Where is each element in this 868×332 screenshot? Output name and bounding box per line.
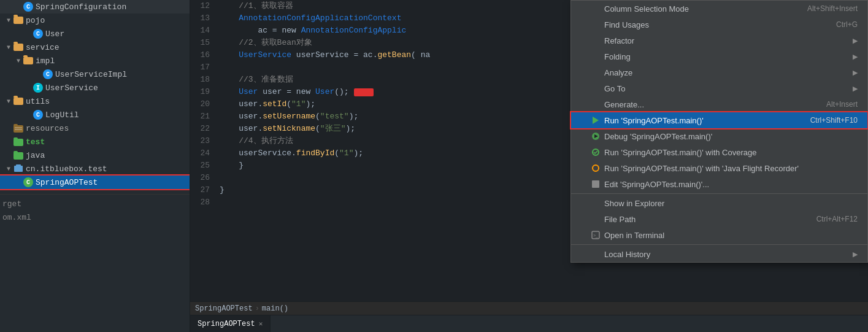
jfr-icon	[591, 163, 601, 173]
menu-separator-1	[571, 193, 867, 194]
col-sel-icon	[591, 4, 601, 14]
menu-item-run-jfr[interactable]: Run 'SpringAOPTest.main()' with 'Java Fl…	[571, 160, 867, 176]
analyze-icon	[591, 68, 601, 77]
menu-label-run-cov: Run 'SpringAOPTest.main()' with Coverage	[604, 148, 756, 157]
sidebar-label-spring-config: SpringConfiguration	[36, 2, 126, 12]
menu-item-run[interactable]: Run 'SpringAOPTest.main()' Ctrl+Shift+F1…	[571, 112, 867, 128]
arrow-placeholder	[15, 179, 22, 186]
sidebar-item-java[interactable]: java	[0, 149, 190, 162]
menu-item-refactor[interactable]: Refactor ▶	[571, 33, 867, 48]
sidebar-item-pojo[interactable]: pojo	[0, 14, 190, 27]
menu-label-show-explorer: Show in Explorer	[604, 199, 664, 208]
menu-label-refactor: Refactor	[604, 36, 634, 45]
arrow-service	[5, 44, 12, 51]
arrow-placeholder	[34, 71, 42, 78]
edit-icon	[591, 179, 601, 189]
sidebar-item-test[interactable]: test	[0, 135, 190, 149]
folder-icon-impl	[23, 56, 33, 66]
svg-rect-9	[16, 164, 21, 167]
context-menu: Column Selection Mode Alt+Shift+Insert F…	[570, 0, 868, 263]
interface-icon: I	[33, 83, 43, 93]
breadcrumb-file: SpringAOPTest	[195, 304, 253, 313]
sidebar-item-omxml[interactable]: om.xml	[0, 210, 190, 224]
sidebar-item-user[interactable]: C User	[0, 27, 190, 41]
menu-item-run-cov[interactable]: Run 'SpringAOPTest.main()' with Coverage	[571, 144, 867, 160]
menu-label-analyze: Analyze	[604, 68, 632, 77]
menu-item-analyze[interactable]: Analyze ▶	[571, 64, 867, 80]
folder-icon-resources	[13, 123, 23, 133]
menu-item-debug[interactable]: Debug 'SpringAOPTest.main()'	[571, 128, 867, 144]
bottom-tab-bar: SpringAOPTest ✕	[190, 315, 868, 332]
menu-shortcut-run: Ctrl+Shift+F10	[810, 116, 858, 125]
sidebar-label-user-service-impl: UserServiceImpl	[55, 70, 127, 79]
menu-item-local-history[interactable]: Local History ▶	[571, 246, 867, 262]
menu-item-goto[interactable]: Go To ▶	[571, 80, 867, 96]
sidebar-item-rget[interactable]: rget	[0, 197, 190, 210]
menu-item-col-sel[interactable]: Column Selection Mode Alt+Shift+Insert	[571, 1, 867, 17]
svg-rect-7	[13, 151, 18, 153]
menu-item-folding[interactable]: Folding ▶	[571, 48, 867, 64]
arrow-placeholder	[5, 152, 12, 159]
arrow-pojo	[5, 17, 12, 24]
menu-shortcut-col-sel: Alt+Shift+Insert	[807, 4, 858, 13]
generate-icon	[591, 99, 601, 109]
svg-point-13	[593, 165, 599, 171]
arrow-placeholder	[5, 139, 12, 145]
sidebar-item-user-service[interactable]: I UserService	[0, 81, 190, 95]
goto-submenu-arrow: ▶	[853, 85, 858, 93]
sidebar-item-log-util[interactable]: C LogUtil	[0, 108, 190, 122]
menu-item-file-path[interactable]: File Path Ctrl+Alt+F12	[571, 211, 867, 227]
arrow-placeholder	[25, 31, 32, 37]
menu-shortcut-find-usages: Ctrl+G	[836, 20, 858, 29]
coverage-icon	[591, 147, 601, 157]
run-icon	[591, 115, 601, 125]
menu-label-file-path: File Path	[604, 215, 636, 224]
sidebar-item-service[interactable]: service	[0, 41, 190, 54]
terminal-icon: >_	[591, 230, 601, 240]
menu-item-edit[interactable]: Edit 'SpringAOPTest.main()'...	[571, 176, 867, 192]
folder-icon-pojo	[13, 15, 23, 25]
bottom-tab-spring-aop-test[interactable]: SpringAOPTest ✕	[190, 315, 271, 333]
svg-rect-1	[13, 124, 18, 126]
sidebar-item-spring-aop-test[interactable]: C SpringAOPTest	[0, 176, 190, 189]
menu-item-open-terminal[interactable]: >_ Open in Terminal	[571, 227, 867, 243]
folding-icon	[591, 52, 601, 61]
arrow-placeholder	[5, 125, 12, 132]
sidebar-item-spring-config[interactable]: C SpringConfiguration	[0, 0, 190, 14]
sidebar-item-user-service-impl[interactable]: C UserServiceImpl	[0, 68, 190, 81]
menu-label-open-terminal: Open in Terminal	[604, 231, 664, 240]
menu-shortcut-file-path: Ctrl+Alt+F12	[816, 215, 858, 223]
sidebar-item-impl[interactable]: impl	[0, 54, 190, 68]
menu-label-run-jfr: Run 'SpringAOPTest.main()' with 'Java Fl…	[604, 164, 799, 173]
sidebar-item-cn-pkg[interactable]: cn.itbluebox.test	[0, 162, 190, 176]
menu-item-generate[interactable]: Generate... Alt+Insert	[571, 96, 867, 112]
svg-text:>_: >_	[593, 233, 598, 238]
close-icon[interactable]: ✕	[259, 320, 263, 328]
debug-icon	[591, 131, 601, 141]
sidebar-label-spring-aop-test: SpringAOPTest	[36, 178, 98, 187]
sidebar-label-utils: utils	[26, 97, 50, 106]
analyze-submenu-arrow: ▶	[853, 69, 858, 77]
menu-separator-2	[571, 244, 867, 245]
file-path-icon	[591, 214, 601, 224]
breadcrumb: SpringAOPTest › main()	[190, 301, 868, 315]
folder-icon-java	[13, 150, 23, 160]
sidebar-label-cn-pkg: cn.itbluebox.test	[26, 164, 107, 174]
red-box-marker	[354, 88, 374, 96]
menu-item-find-usages[interactable]: Find Usages Ctrl+G	[571, 17, 867, 33]
menu-label-col-sel: Column Selection Mode	[604, 4, 689, 14]
arrow-placeholder	[15, 4, 22, 10]
class-icon-aop: C	[23, 177, 33, 187]
breadcrumb-sep: ›	[255, 304, 259, 313]
folder-icon-service	[13, 42, 23, 52]
menu-label-find-usages: Find Usages	[604, 20, 649, 29]
sidebar-label-log-util: LogUtil	[45, 110, 79, 120]
arrow-placeholder	[25, 112, 32, 118]
sidebar-item-utils[interactable]: utils	[0, 95, 190, 108]
sidebar-label-test: test	[26, 137, 45, 147]
sidebar-item-resources[interactable]: resources	[0, 122, 190, 135]
sidebar-label-impl: impl	[36, 56, 55, 66]
menu-label-edit: Edit 'SpringAOPTest.main()'...	[604, 180, 709, 189]
goto-icon	[591, 83, 601, 93]
menu-item-show-explorer[interactable]: Show in Explorer	[571, 195, 867, 211]
